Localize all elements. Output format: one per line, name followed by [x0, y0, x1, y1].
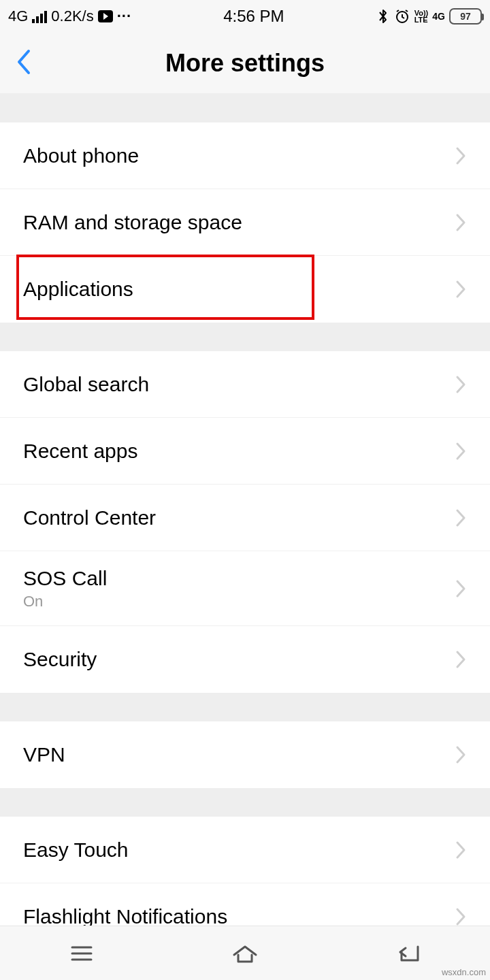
row-label: SOS Call — [23, 567, 107, 590]
network-type: 4G — [8, 7, 28, 25]
alarm-icon — [394, 8, 410, 24]
data-speed: 0.2K/s — [51, 7, 93, 25]
watermark: wsxdn.com — [442, 967, 486, 977]
chevron-right-icon — [455, 578, 467, 599]
status-left: 4G 0.2K/s ··· — [8, 7, 131, 25]
row-applications[interactable]: Applications — [0, 256, 490, 323]
row-recent-apps[interactable]: Recent apps — [0, 418, 490, 485]
back-button[interactable] — [15, 48, 33, 78]
chevron-right-icon — [455, 508, 467, 528]
row-label: Recent apps — [23, 440, 137, 463]
row-ram-storage[interactable]: RAM and storage space — [0, 189, 490, 256]
battery-icon: 97 — [449, 8, 482, 24]
chevron-right-icon — [455, 279, 467, 299]
row-security[interactable]: Security — [0, 626, 490, 693]
chevron-right-icon — [455, 649, 467, 670]
recent-apps-button[interactable] — [61, 940, 102, 967]
signal2-label: 4G — [432, 11, 445, 22]
chevron-right-icon — [455, 441, 467, 461]
row-label: RAM and storage space — [23, 211, 242, 234]
bluetooth-icon — [376, 8, 390, 24]
chevron-right-icon — [455, 840, 467, 860]
clock: 4:56 PM — [223, 7, 284, 26]
chevron-right-icon — [455, 212, 467, 233]
row-easy-touch[interactable]: Easy Touch — [0, 817, 490, 883]
row-label: Control Center — [23, 506, 156, 529]
row-label: VPN — [23, 743, 65, 766]
row-label: About phone — [23, 144, 139, 167]
row-control-center[interactable]: Control Center — [0, 485, 490, 551]
status-bar: 4G 0.2K/s ··· 4:56 PM Vo))LTE 4G 97 — [0, 0, 490, 33]
row-label: Security — [23, 648, 97, 671]
row-label: Easy Touch — [23, 838, 129, 862]
chevron-right-icon — [455, 745, 467, 765]
more-icon: ··· — [117, 7, 131, 25]
video-icon — [98, 10, 113, 22]
settings-group: VPN — [0, 721, 490, 788]
home-button[interactable] — [225, 940, 265, 967]
settings-group: About phoneRAM and storage spaceApplicat… — [0, 122, 490, 323]
chevron-right-icon — [455, 374, 467, 395]
settings-group: Global searchRecent appsControl CenterSO… — [0, 351, 490, 693]
row-vpn[interactable]: VPN — [0, 721, 490, 788]
signal-icon — [32, 10, 47, 23]
row-global-search[interactable]: Global search — [0, 351, 490, 418]
status-right: Vo))LTE 4G 97 — [376, 8, 482, 24]
chevron-right-icon — [455, 906, 467, 927]
volte-icon: Vo))LTE — [414, 10, 429, 23]
row-label: Applications — [23, 278, 133, 301]
chevron-right-icon — [455, 146, 467, 166]
row-sublabel: On — [23, 593, 107, 610]
row-about-phone[interactable]: About phone — [0, 122, 490, 189]
row-label: Flashlight Notifications — [23, 905, 227, 928]
header: More settings — [0, 33, 490, 94]
page-title: More settings — [0, 49, 490, 78]
row-sos-call[interactable]: SOS CallOn — [0, 551, 490, 626]
back-nav-button[interactable] — [388, 940, 429, 967]
navigation-bar — [0, 926, 490, 980]
row-label: Global search — [23, 373, 149, 396]
